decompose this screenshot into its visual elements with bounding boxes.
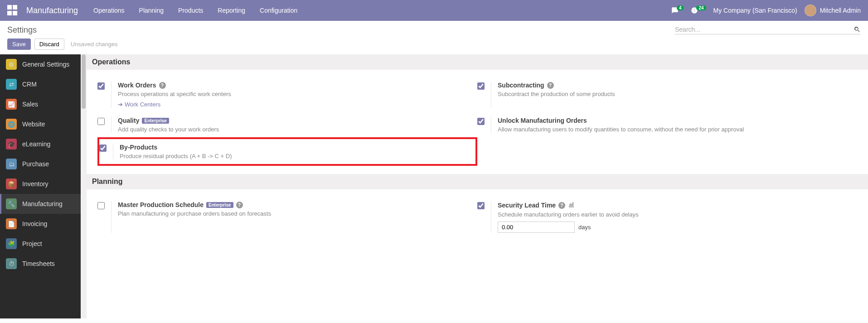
sidebar-icon: 🗂: [6, 159, 17, 169]
activities-count: 24: [696, 5, 706, 10]
setting-checkbox[interactable]: [477, 118, 485, 125]
operations-grid: Work Orders?Process operations at specif…: [97, 77, 857, 166]
help-icon[interactable]: ?: [236, 202, 243, 208]
sidebar-icon: 📈: [6, 99, 17, 110]
sidebar: ⚙General Settings⇄CRM📈Sales🌐Website🎓eLea…: [0, 54, 81, 318]
sidebar-item-label: Project: [22, 240, 42, 247]
setting-title: Master Production ScheduleEnterprise?: [118, 201, 472, 208]
sidebar-scrollbar[interactable]: [81, 54, 87, 318]
setting-desc: Allow manufacturing users to modify quan…: [498, 126, 852, 133]
activities-icon[interactable]: 24: [691, 7, 706, 14]
topnav-item-operations[interactable]: Operations: [93, 7, 124, 14]
search-input[interactable]: [675, 26, 850, 33]
sidebar-item-sales[interactable]: 📈Sales: [0, 94, 81, 114]
sidebar-item-purchase[interactable]: 🗂Purchase: [0, 154, 81, 174]
help-icon[interactable]: ?: [558, 202, 565, 209]
setting-checkbox[interactable]: [97, 82, 105, 90]
sidebar-item-elearning[interactable]: 🎓eLearning: [0, 134, 81, 154]
messages-icon[interactable]: 4: [671, 7, 684, 14]
sidebar-icon: ⚙: [6, 59, 17, 70]
sidebar-item-crm[interactable]: ⇄CRM: [0, 74, 81, 94]
sidebar-icon: 🔧: [6, 198, 17, 209]
enterprise-tag: Enterprise: [142, 118, 169, 124]
sidebar-item-inventory[interactable]: 📦Inventory: [0, 174, 81, 194]
search-icon[interactable]: [853, 26, 861, 33]
building-icon: [568, 201, 575, 209]
user-menu[interactable]: Mitchell Admin: [805, 5, 861, 16]
subheader: Settings: [0, 21, 868, 35]
setting-body: Unlock Manufacturing OrdersAllow manufac…: [491, 117, 852, 133]
sidebar-item-project[interactable]: 🧩Project: [0, 234, 81, 254]
setting-desc: Produce residual products (A + B -> C + …: [120, 153, 470, 159]
setting-body: Subcontracting?Subcontract the productio…: [491, 82, 852, 108]
company-selector[interactable]: My Company (San Francisco): [713, 7, 797, 14]
setting-checkbox[interactable]: [97, 202, 105, 209]
page-title: Settings: [7, 25, 37, 35]
controlbar: Save Discard Unsaved changes: [0, 35, 868, 54]
avatar-icon: [805, 5, 816, 16]
setting-subcontracting: Subcontracting?Subcontract the productio…: [477, 77, 857, 112]
top-nav: OperationsPlanningProductsReportingConfi…: [93, 7, 297, 14]
setting-body: Master Production ScheduleEnterprise?Pla…: [111, 201, 472, 233]
sidebar-icon: 📦: [6, 178, 17, 189]
topnav-item-reporting[interactable]: Reporting: [218, 7, 245, 14]
help-icon[interactable]: ?: [159, 82, 166, 89]
setting-title: Security Lead Time?: [498, 201, 852, 209]
sidebar-item-label: General Settings: [22, 61, 69, 68]
setting-link[interactable]: ➔ Work Centers: [118, 101, 160, 108]
setting-desc: Plan manufacturing or purchase orders ba…: [118, 210, 472, 217]
save-button[interactable]: Save: [7, 39, 31, 50]
status-text: Unsaved changes: [71, 41, 118, 48]
topnav-item-configuration[interactable]: Configuration: [260, 7, 297, 14]
setting-security-lead-time: Security Lead Time?Schedule manufacturin…: [477, 197, 857, 237]
setting-title: By-Products: [120, 144, 470, 151]
setting-checkbox[interactable]: [97, 118, 105, 125]
topnav-item-products[interactable]: Products: [178, 7, 203, 14]
messages-count: 4: [677, 5, 684, 10]
setting-body: By-ProductsProduce residual products (A …: [113, 144, 470, 159]
setting-body: Work Orders?Process operations at specif…: [111, 82, 472, 108]
brand-title[interactable]: Manufacturing: [26, 6, 78, 15]
setting-checkbox[interactable]: [477, 202, 485, 209]
sidebar-icon: 🎓: [6, 139, 17, 149]
setting-title: Work Orders?: [118, 82, 472, 89]
section-heading-planning: Planning: [87, 174, 868, 189]
main: ⚙General Settings⇄CRM📈Sales🌐Website🎓eLea…: [0, 54, 868, 318]
scrollbar-thumb[interactable]: [82, 54, 86, 109]
help-icon[interactable]: ?: [547, 82, 554, 89]
setting-title-text: By-Products: [120, 144, 157, 151]
user-name: Mitchell Admin: [820, 7, 861, 14]
sidebar-item-timesheets[interactable]: ⏱Timesheets: [0, 254, 81, 274]
sidebar-icon: ⇄: [6, 79, 17, 90]
setting-title-text: Quality: [118, 117, 139, 124]
setting-checkbox[interactable]: [477, 82, 485, 90]
sidebar-item-label: Sales: [22, 101, 38, 108]
sidebar-item-label: Website: [22, 121, 45, 128]
setting-desc: Schedule manufacturing orders earlier to…: [498, 211, 852, 218]
section-heading-operations: Operations: [87, 54, 868, 70]
input-suffix: days: [578, 224, 591, 231]
setting-work-orders: Work Orders?Process operations at specif…: [97, 77, 477, 112]
setting-checkbox[interactable]: [99, 145, 107, 152]
setting-title-text: Subcontracting: [498, 82, 544, 89]
discard-button[interactable]: Discard: [34, 39, 64, 50]
lead-time-input[interactable]: [498, 222, 575, 233]
apps-icon[interactable]: [7, 5, 18, 16]
setting-desc: Process operations at specific work cent…: [118, 91, 472, 97]
setting-title: Subcontracting?: [498, 82, 852, 89]
topnav-item-planning[interactable]: Planning: [139, 7, 164, 14]
topbar: Manufacturing OperationsPlanningProducts…: [0, 0, 868, 21]
sidebar-icon: 🧩: [6, 238, 17, 249]
sidebar-item-label: Invoicing: [22, 220, 47, 227]
sidebar-item-invoicing[interactable]: 📄Invoicing: [0, 214, 81, 234]
sidebar-item-manufacturing[interactable]: 🔧Manufacturing: [0, 194, 81, 214]
sidebar-item-label: Timesheets: [22, 260, 55, 267]
sidebar-item-website[interactable]: 🌐Website: [0, 114, 81, 134]
enterprise-tag: Enterprise: [206, 202, 233, 208]
setting-desc: Subcontract the production of some produ…: [498, 91, 852, 97]
sidebar-item-general-settings[interactable]: ⚙General Settings: [0, 54, 81, 74]
sidebar-item-label: Manufacturing: [22, 200, 63, 207]
sidebar-item-label: Inventory: [22, 180, 48, 188]
setting-title-text: Unlock Manufacturing Orders: [498, 117, 587, 124]
sidebar-item-label: eLearning: [22, 140, 50, 148]
